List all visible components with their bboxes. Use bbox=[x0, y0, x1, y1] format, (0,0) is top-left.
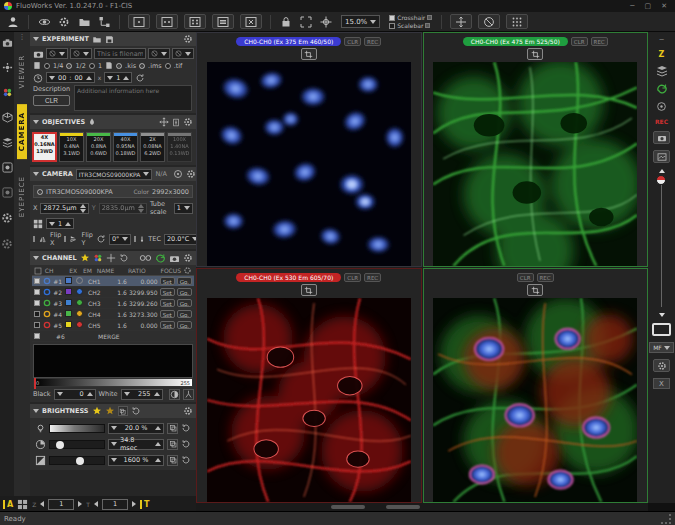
settings-wheel-icon[interactable] bbox=[55, 14, 73, 29]
t-index-input[interactable] bbox=[102, 499, 128, 510]
gain-value-stepper[interactable]: 1600 % bbox=[108, 455, 164, 466]
module-icon[interactable] bbox=[2, 187, 13, 198]
emission-color-dot[interactable] bbox=[76, 299, 83, 306]
set-focus-button[interactable]: Set bbox=[160, 299, 175, 307]
description-textarea[interactable] bbox=[74, 85, 192, 111]
channel-3-checkbox[interactable] bbox=[34, 300, 40, 306]
layers-icon[interactable] bbox=[2, 137, 13, 148]
collapse-panel-icon[interactable]: ─ bbox=[659, 36, 663, 44]
fit-to-screen-icon[interactable] bbox=[297, 14, 315, 29]
live-refresh-icon[interactable] bbox=[155, 253, 166, 264]
excitation-color-chip[interactable] bbox=[65, 277, 72, 284]
tile-grid-icon[interactable] bbox=[17, 499, 28, 510]
z-index-input[interactable] bbox=[48, 499, 74, 510]
rec-button[interactable]: REC bbox=[364, 273, 381, 282]
lamp-value-stepper[interactable]: 20.0 % bbox=[108, 423, 164, 434]
collapse-brightness-icon[interactable] bbox=[33, 409, 39, 413]
brightness-copy-icon[interactable] bbox=[118, 406, 128, 416]
center-crosshair-icon[interactable] bbox=[317, 14, 335, 29]
merge-image[interactable] bbox=[433, 298, 637, 502]
channel-row-1[interactable]: #1 CH1 1.6 0.000 Set Go. bbox=[32, 276, 194, 287]
save-experiment-icon[interactable] bbox=[105, 35, 114, 44]
camera-settings-gear-icon[interactable] bbox=[186, 169, 196, 179]
go-focus-button[interactable]: Go. bbox=[177, 299, 192, 307]
t-next-icon[interactable] bbox=[132, 501, 136, 507]
z-loop-icon[interactable] bbox=[656, 83, 668, 95]
repeat-stepper[interactable]: 1 bbox=[104, 72, 132, 83]
set-focus-button[interactable]: Set bbox=[160, 310, 175, 318]
z-slider-handle[interactable] bbox=[656, 175, 666, 185]
device-config-icon[interactable] bbox=[2, 162, 13, 173]
zoom-level-dropdown[interactable]: 15.0% bbox=[341, 15, 380, 28]
objective-2x-button[interactable]: 2X 0.08NA 6.2WD bbox=[140, 132, 165, 162]
layout-close-icon[interactable] bbox=[240, 14, 262, 29]
z-up-icon[interactable] bbox=[659, 169, 665, 173]
objective-40x-button[interactable]: 40X 0.95NA 0.18WD bbox=[113, 132, 138, 162]
reset-time-icon[interactable] bbox=[135, 73, 145, 83]
horizontal-scrollbar[interactable] bbox=[196, 503, 648, 511]
camera-target-icon[interactable] bbox=[173, 169, 183, 179]
emission-color-dot[interactable] bbox=[76, 288, 83, 295]
channel-row-5[interactable]: #5 CH5 1.6 0.000 Set Go. bbox=[32, 320, 194, 331]
focus-settings-gear-icon[interactable] bbox=[653, 359, 670, 372]
t-prev-icon[interactable] bbox=[94, 501, 98, 507]
loop-infinity-icon[interactable] bbox=[139, 254, 152, 262]
size-half-radio[interactable] bbox=[66, 63, 72, 69]
gain-slider-handle[interactable] bbox=[76, 457, 84, 465]
exposure-auto-icon[interactable] bbox=[167, 439, 178, 450]
z-snapshot-button[interactable] bbox=[653, 131, 670, 144]
focus-region-button[interactable] bbox=[652, 323, 671, 336]
binning-stepper[interactable]: 1 bbox=[46, 218, 74, 229]
exposure-slider[interactable] bbox=[49, 440, 105, 449]
close-z-panel-button[interactable]: X bbox=[653, 378, 670, 389]
objective-100x-button[interactable]: 100X 1.40NA 0.13WD bbox=[167, 132, 192, 162]
select-all-icon[interactable] bbox=[34, 267, 43, 275]
stage-control-icon[interactable] bbox=[2, 62, 13, 73]
maximize-button[interactable]: ▢ bbox=[645, 2, 652, 10]
objective-info-icon[interactable] bbox=[172, 118, 180, 127]
clr-button[interactable]: CLR bbox=[571, 37, 588, 46]
append-mode-label[interactable]: A bbox=[3, 500, 13, 509]
favorite-star-icon[interactable] bbox=[80, 253, 90, 263]
prefix2-dropdown[interactable] bbox=[70, 48, 92, 59]
size-full-radio[interactable] bbox=[89, 63, 95, 69]
channel-settings-gear-icon[interactable] bbox=[183, 253, 193, 263]
rec-button[interactable]: REC bbox=[364, 37, 381, 46]
scalebar-checkbox[interactable] bbox=[389, 23, 395, 29]
crosshair-color-swatch[interactable] bbox=[427, 15, 432, 20]
header-focus-gear-icon[interactable] bbox=[183, 266, 192, 275]
exposure-slider-handle[interactable] bbox=[56, 441, 64, 449]
grid-overlay-icon[interactable] bbox=[506, 14, 528, 29]
viewport-red[interactable]: CH0-CH0 (Ex 530 Em 605/70) CLR REC bbox=[196, 268, 422, 503]
tab-viewer[interactable]: VIEWER bbox=[17, 47, 27, 96]
red-image[interactable] bbox=[207, 298, 411, 502]
emission-color-dot[interactable] bbox=[76, 310, 83, 317]
viewport-green[interactable]: CH0-CH0 (Ex 475 Em 525/50) CLR REC bbox=[423, 32, 649, 267]
experiment-settings-gear-icon[interactable] bbox=[183, 34, 193, 44]
filename-input[interactable] bbox=[94, 48, 146, 59]
clear-description-button[interactable]: CLR bbox=[33, 95, 70, 106]
auto-levels-icon[interactable] bbox=[169, 389, 180, 400]
workflow-icon[interactable] bbox=[95, 14, 113, 29]
preset-star-1-icon[interactable] bbox=[92, 406, 102, 416]
collapse-objectives-icon[interactable] bbox=[33, 120, 39, 124]
z-down-icon[interactable] bbox=[659, 313, 665, 317]
rec-button[interactable]: REC bbox=[537, 273, 554, 282]
cube-3d-icon[interactable] bbox=[2, 112, 13, 123]
user-icon[interactable] bbox=[4, 14, 22, 29]
crop-tool-icon[interactable] bbox=[301, 284, 317, 296]
z-gallery-button[interactable] bbox=[653, 150, 670, 163]
go-focus-button[interactable]: Go. bbox=[177, 277, 192, 285]
collapse-camera-icon[interactable] bbox=[33, 172, 39, 176]
size-quarter-radio[interactable] bbox=[44, 63, 50, 69]
objective-4x-button[interactable]: 4X 0.16NA 13WD bbox=[32, 132, 57, 162]
flip-y-checkbox[interactable] bbox=[64, 236, 66, 242]
emission-color-dot[interactable] bbox=[76, 321, 83, 328]
x-size-stepper[interactable]: 2872.5µm bbox=[40, 203, 88, 214]
channel-1-checkbox[interactable] bbox=[34, 278, 40, 284]
tec-temp-dropdown[interactable]: 20.0°C bbox=[164, 234, 196, 245]
rotate-icon[interactable] bbox=[96, 234, 106, 244]
camera-device-row[interactable]: ITR3CMOS09000KPA Color 2992x3000 bbox=[33, 185, 193, 198]
set-focus-button[interactable]: Set bbox=[160, 288, 175, 296]
gear-icon[interactable] bbox=[1, 212, 13, 224]
